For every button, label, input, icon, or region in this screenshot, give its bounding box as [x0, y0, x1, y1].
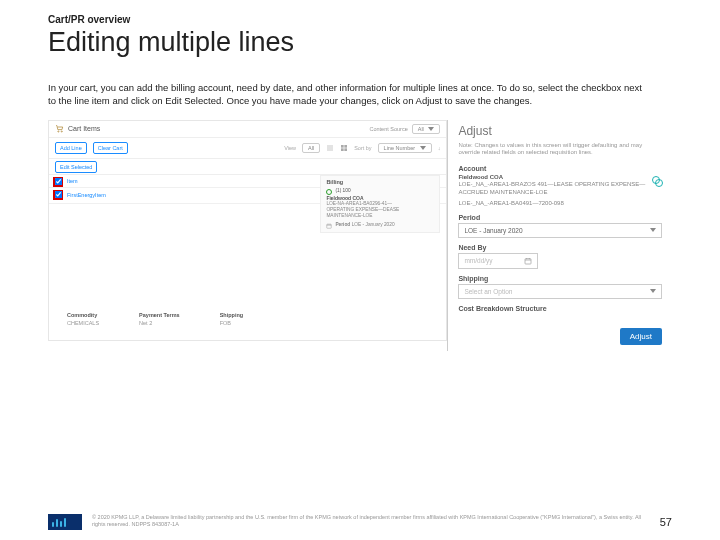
add-line-button[interactable]: Add Line [55, 142, 87, 154]
split-icon[interactable] [326, 189, 332, 195]
shipping-label-panel: Shipping [458, 275, 662, 282]
edit-selected-button[interactable]: Edit Selected [55, 161, 97, 173]
adjust-button[interactable]: Adjust [620, 328, 662, 345]
line-checkbox[interactable] [54, 178, 61, 185]
svg-rect-2 [327, 145, 333, 146]
svg-rect-10 [525, 258, 531, 263]
period-label: Period [458, 214, 662, 221]
content-source-label: Content Source [370, 126, 408, 132]
line-checkbox-highlight [53, 190, 63, 200]
cart-icon [55, 124, 64, 133]
chevron-down-icon [650, 289, 656, 293]
payment-terms-label: Payment Terms [139, 312, 180, 318]
sort-dir-icon[interactable]: ↓ [438, 145, 441, 151]
kpmg-logo [48, 514, 82, 530]
needby-input[interactable]: mm/dd/yy [458, 253, 538, 269]
list-icon[interactable] [326, 144, 334, 152]
account-label: Account [458, 165, 662, 172]
sortby-dropdown[interactable]: Line Number [378, 143, 432, 153]
billing-header: Billing [326, 179, 434, 186]
svg-rect-9 [327, 224, 332, 228]
needby-label: Need By [458, 244, 662, 251]
chevron-down-icon [650, 228, 656, 232]
kicker: Cart/PR overview [48, 14, 672, 25]
line-item-link[interactable]: FirstEnergyItem [67, 192, 106, 198]
svg-point-0 [58, 131, 59, 132]
calendar-icon [326, 223, 332, 229]
period-label: Period LOE - January 2020 [335, 222, 394, 228]
adjust-heading: Adjust [458, 124, 662, 138]
cart-title: Cart Items [68, 125, 100, 132]
view-label: View [284, 145, 296, 151]
page-title: Editing multiple lines [48, 27, 672, 58]
svg-rect-3 [327, 147, 333, 148]
svg-rect-5 [341, 145, 344, 148]
shipping-label: Shipping [220, 312, 244, 318]
svg-rect-8 [344, 148, 347, 151]
page-number: 57 [660, 516, 672, 528]
svg-rect-6 [344, 145, 347, 148]
content-source-dropdown[interactable]: All [412, 124, 441, 134]
line-checkbox[interactable] [54, 191, 61, 198]
commodity-label: Commodity [67, 312, 99, 318]
svg-rect-7 [341, 148, 344, 151]
cbs-label: Cost Breakdown Structure [458, 305, 662, 312]
calendar-icon [524, 257, 532, 265]
shipping-value: FOB [220, 320, 244, 326]
billing-block: Billing (1) 100 Fieldwood COA LOE-NA-ARE… [320, 175, 440, 233]
sortby-label: Sort by [354, 145, 371, 151]
body-text: In your cart, you can add the billing ac… [48, 82, 648, 108]
account-value: Fieldwood COA LOE-_NA_-AREA1-BRAZOS 491—… [458, 174, 662, 208]
svg-point-1 [61, 131, 62, 132]
grid-icon[interactable] [340, 144, 348, 152]
cart-screenshot: Cart Items Content Source All Add Line C… [48, 120, 447, 341]
period-select[interactable]: LOE - January 2020 [458, 223, 662, 238]
view-dropdown[interactable]: All [302, 143, 320, 153]
svg-rect-4 [327, 149, 333, 150]
line-checkbox-highlight [53, 177, 63, 187]
clear-cart-button[interactable]: Clear Cart [93, 142, 128, 154]
adjust-note: Note: Changes to values in this screen w… [458, 142, 662, 157]
copyright-text: © 2020 KPMG LLP, a Delaware limited liab… [92, 514, 650, 528]
adjust-panel: Adjust Note: Changes to values in this s… [448, 120, 672, 351]
shipping-select[interactable]: Select an Option [458, 284, 662, 299]
payment-terms-value: Net 2 [139, 320, 180, 326]
line-item-link[interactable]: Item [67, 178, 78, 184]
split-alloc-icon[interactable] [652, 176, 662, 186]
commodity-value: CHEMICALS [67, 320, 99, 326]
